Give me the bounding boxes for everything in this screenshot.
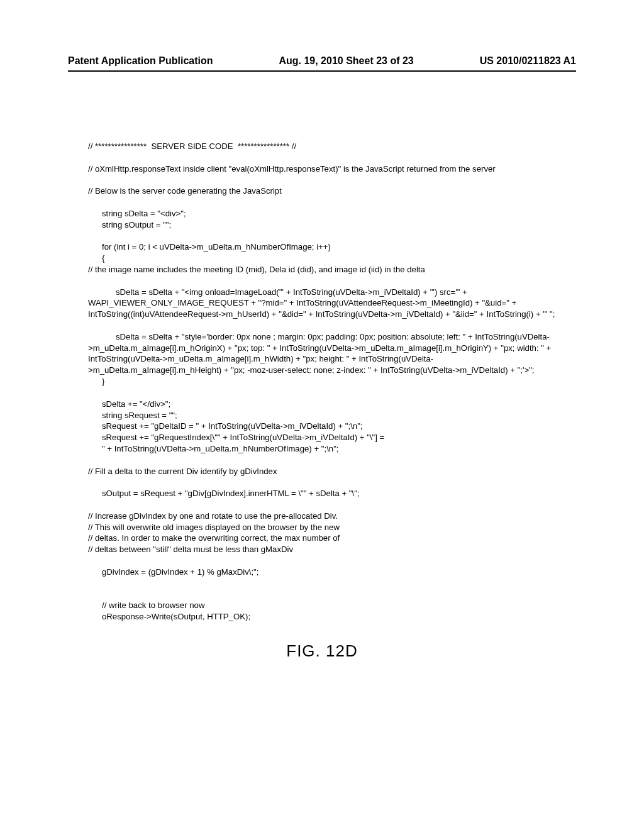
header-center: Aug. 19, 2010 Sheet 23 of 23	[279, 55, 413, 67]
page-header: Patent Application Publication Aug. 19, …	[0, 0, 644, 67]
code-listing: // **************** SERVER SIDE CODE ***…	[0, 72, 644, 622]
figure-label: FIG. 12D	[0, 641, 644, 661]
header-left: Patent Application Publication	[68, 55, 213, 67]
patent-page: Patent Application Publication Aug. 19, …	[0, 0, 644, 830]
header-right: US 2010/0211823 A1	[480, 55, 576, 67]
